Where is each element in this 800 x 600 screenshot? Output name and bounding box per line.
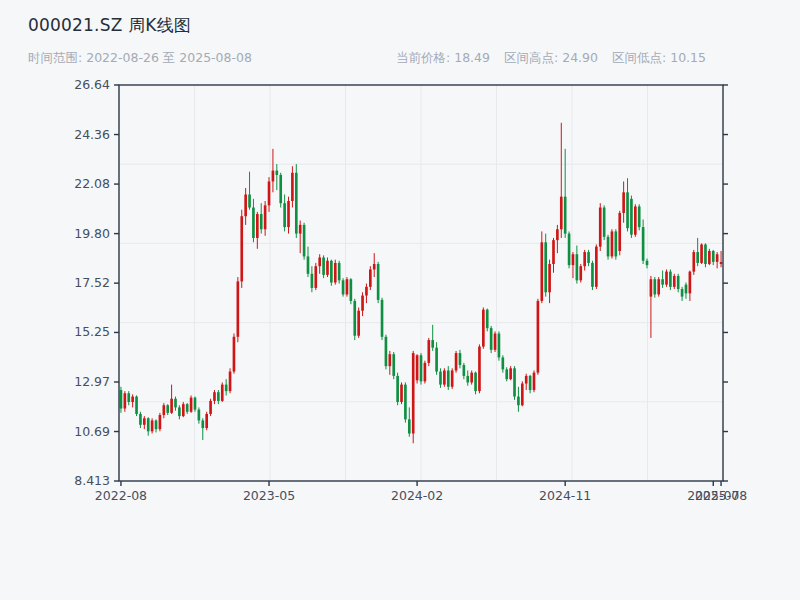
candle-body <box>283 203 286 227</box>
candle-body <box>151 420 154 431</box>
candle-body <box>162 405 165 415</box>
candle-body <box>295 173 298 234</box>
candle-body <box>712 251 715 262</box>
candle-body <box>626 192 629 228</box>
candle-body <box>170 399 173 413</box>
candle-body <box>607 237 610 257</box>
candle-body <box>572 254 575 265</box>
candle-body <box>494 334 497 350</box>
candle-body <box>330 261 333 283</box>
candle-body <box>533 373 536 390</box>
candle-body <box>704 244 707 264</box>
candle-body <box>653 279 656 294</box>
candle-body <box>443 370 446 384</box>
candle-body <box>665 272 668 285</box>
candle-body <box>455 353 458 370</box>
candle-body <box>186 404 189 412</box>
kline-svg: 26.6424.3622.0819.8017.5215.2512.9710.69… <box>0 0 800 600</box>
candle-body <box>213 392 216 401</box>
candle-body <box>692 252 695 272</box>
x-tick-label: 2023-05 <box>243 488 295 503</box>
candle-body <box>420 355 423 381</box>
candle-body <box>478 347 481 392</box>
candle-body <box>650 279 653 296</box>
candle-body <box>225 385 228 392</box>
candlestick-chart: 26.6424.3622.0819.8017.5215.2512.9710.69… <box>0 0 800 600</box>
candle-body <box>392 354 395 376</box>
candle-body <box>408 419 411 433</box>
candle-body <box>240 216 243 281</box>
candle-body <box>217 392 220 401</box>
candle-body <box>583 252 586 266</box>
candle-body <box>147 418 150 431</box>
candle-body <box>334 263 337 283</box>
candle-body <box>466 376 469 383</box>
candle-body <box>357 311 360 336</box>
candle-body <box>198 410 201 421</box>
candle-body <box>268 181 271 205</box>
y-tick-label: 19.80 <box>74 226 110 241</box>
candle-body <box>552 240 555 264</box>
candle-body <box>272 171 275 182</box>
candle-body <box>661 279 664 284</box>
candle-body <box>591 263 594 287</box>
candle-body <box>669 272 672 287</box>
candle-body <box>470 373 473 383</box>
candle-body <box>720 262 723 264</box>
candle-body <box>190 398 193 412</box>
candle-body <box>463 365 466 376</box>
candle-body <box>338 263 341 280</box>
candle-body <box>689 272 692 294</box>
candle-body <box>166 405 169 413</box>
candle-body <box>127 393 130 402</box>
candle-body <box>139 414 142 425</box>
kline-figure: 000021.SZ 周K线图 时间范围: 2022-08-26 至 2025-0… <box>0 0 800 600</box>
candle-body <box>260 214 263 229</box>
candle-body <box>396 376 399 402</box>
candle-body <box>221 385 224 401</box>
candle-body <box>322 258 325 275</box>
x-tick-label: 2024-11 <box>539 488 591 503</box>
y-tick-label: 22.08 <box>74 176 110 191</box>
candle-body <box>303 225 306 257</box>
candle-body <box>630 199 633 235</box>
candle-body <box>447 370 450 386</box>
candle-body <box>556 229 559 240</box>
y-tick-label: 10.69 <box>74 424 110 439</box>
candle-body <box>451 370 454 386</box>
candle-body <box>427 340 430 363</box>
candle-body <box>143 418 146 425</box>
candle-body <box>525 376 528 384</box>
candle-body <box>155 420 158 429</box>
x-tick-label: 2025-08 <box>695 488 747 503</box>
candle-body <box>264 205 267 229</box>
candle-body <box>544 242 547 292</box>
candle-body <box>120 390 123 408</box>
candle-body <box>603 208 606 237</box>
candle-body <box>482 310 485 347</box>
y-tick-label: 15.25 <box>74 324 110 339</box>
candle-body <box>326 261 329 275</box>
y-tick-label: 24.36 <box>74 127 110 142</box>
x-tick-label: 2022-08 <box>95 488 147 503</box>
candle-body <box>248 194 251 207</box>
candle-body <box>182 404 185 416</box>
candle-body <box>252 208 255 238</box>
candle-body <box>657 279 660 294</box>
candle-body <box>194 398 197 410</box>
candle-body <box>486 310 489 328</box>
candle-body <box>513 368 516 396</box>
candle-body <box>346 279 349 294</box>
y-tick-label: 8.413 <box>74 473 110 488</box>
candle-body <box>638 206 641 227</box>
candle-body <box>404 385 407 420</box>
candle-body <box>314 266 317 288</box>
candle-body <box>174 399 177 408</box>
candle-body <box>361 296 364 311</box>
candle-body <box>400 385 403 402</box>
candle-body <box>595 247 598 287</box>
candle-body <box>681 289 684 297</box>
candle-body <box>159 415 162 429</box>
candle-body <box>373 264 376 269</box>
candle-body <box>178 407 181 416</box>
